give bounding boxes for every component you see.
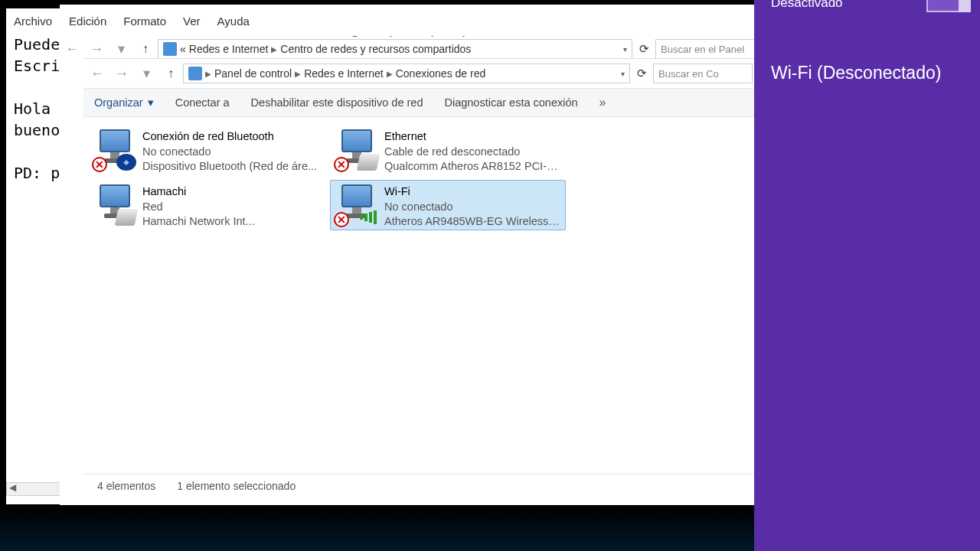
connection-device: Hamachi Network Int... xyxy=(142,214,320,230)
network-adapter-icon: ✕ xyxy=(334,183,378,227)
nav-recent-button[interactable]: ▾ xyxy=(134,63,158,84)
nav-up-button[interactable]: ↑ xyxy=(158,63,183,84)
search-input[interactable]: Buscar en Co xyxy=(653,64,753,83)
menu-edicion[interactable]: Edición xyxy=(69,15,106,28)
back-address-bar[interactable]: « Redes e Internet ▶ Centro de redes y r… xyxy=(158,39,632,59)
connection-device: Qualcomm Atheros AR8152 PCI-E... xyxy=(384,159,562,174)
disconnected-icon: ✕ xyxy=(92,157,107,172)
disable-device-button[interactable]: Deshabilitar este dispositivo de red xyxy=(251,96,423,109)
connection-device: Atheros AR9485WB-EG Wireless N... xyxy=(384,214,562,230)
back-nav-recent[interactable]: ▾ xyxy=(109,38,133,60)
connection-device: Dispositivo Bluetooth (Red de áre... xyxy=(142,159,320,174)
ethernet-icon xyxy=(115,209,139,226)
status-bar: 4 elementos 1 elemento seleccionado xyxy=(83,474,754,497)
front-addressbar-row: ← → ▾ ↑ ▶ Panel de control ▶ Redes e Int… xyxy=(83,59,754,88)
crumb[interactable]: Centro de redes y recursos compartidos xyxy=(280,43,471,55)
connection-name: Conexión de red Bluetooth xyxy=(142,129,320,145)
connection-name: Hamachi xyxy=(142,184,320,200)
connection-name: Wi-Fi xyxy=(384,184,562,200)
menu-archivo[interactable]: Archivo xyxy=(14,15,52,28)
control-panel-icon xyxy=(188,67,202,80)
disconnected-icon: ✕ xyxy=(334,157,349,172)
connection-status: No conectado xyxy=(384,200,562,215)
back-search-input[interactable]: Buscar en el Panel xyxy=(655,39,755,59)
chevron-right-icon[interactable]: ▶ xyxy=(387,70,393,78)
connection-status: No conectado xyxy=(142,145,320,160)
connection-item[interactable]: ✕EthernetCable de red desconectadoQualco… xyxy=(330,125,566,175)
connection-status: Cable de red desconectado xyxy=(384,145,562,160)
status-count: 4 elementos xyxy=(97,480,155,492)
organize-menu[interactable]: Organizar ▾ xyxy=(94,96,154,109)
connect-to-button[interactable]: Conectar a xyxy=(175,96,230,109)
status-selected: 1 elemento seleccionado xyxy=(177,480,296,492)
chevron-right-icon[interactable]: ▶ xyxy=(271,45,277,54)
toolbar-overflow[interactable]: » xyxy=(599,96,606,109)
chevron-right-icon[interactable]: ▶ xyxy=(205,70,211,78)
nav-back-button[interactable]: ← xyxy=(85,63,109,84)
explorer-toolbar: Organizar ▾ Conectar a Deshabilitar este… xyxy=(83,88,754,117)
control-panel-icon xyxy=(163,42,177,56)
back-nav-up[interactable]: ↑ xyxy=(133,38,158,60)
connection-status: Red xyxy=(142,200,320,215)
back-nav-fwd: → xyxy=(84,38,109,60)
nav-forward-button: → xyxy=(109,63,134,84)
airplane-mode-toggle[interactable] xyxy=(926,0,971,12)
notepad-hscroll[interactable] xyxy=(6,482,61,496)
bluetooth-icon: ⌖ xyxy=(116,154,136,171)
notepad-text[interactable]: Puede Escri Hola bueno PD: p xyxy=(14,34,61,493)
network-adapter-icon: ✕ xyxy=(334,128,378,172)
address-bar[interactable]: ▶ Panel de control ▶ Redes e Internet ▶ … xyxy=(183,64,630,83)
crumb-conexiones[interactable]: Conexiones de red xyxy=(396,67,486,80)
refresh-button[interactable]: ⟳ xyxy=(630,67,653,80)
menu-ver[interactable]: Ver xyxy=(183,15,201,28)
ethernet-icon xyxy=(357,154,381,171)
network-adapter-icon: ✕⌖ xyxy=(92,128,136,172)
diagnose-button[interactable]: Diagnosticar esta conexión xyxy=(444,96,577,109)
disconnected-icon: ✕ xyxy=(334,212,349,227)
back-nav-back[interactable]: ← xyxy=(60,38,84,60)
crumb[interactable]: « xyxy=(180,43,186,55)
connection-name: Ethernet xyxy=(384,129,562,145)
crumb-panel[interactable]: Panel de control xyxy=(214,67,292,80)
crumb-redes[interactable]: Redes e Internet xyxy=(304,67,384,80)
wifi-section-header[interactable]: Wi-Fi (Desconectado) xyxy=(771,63,980,83)
wifi-icon xyxy=(358,209,378,226)
chevron-right-icon[interactable]: ▶ xyxy=(295,70,301,78)
chevron-down-icon[interactable]: ▾ xyxy=(623,45,627,54)
crumb[interactable]: Redes e Internet xyxy=(189,43,269,55)
chevron-down-icon[interactable]: ▾ xyxy=(621,70,625,78)
connection-item[interactable]: ✕Wi-FiNo conectadoAtheros AR9485WB-EG Wi… xyxy=(330,180,566,230)
connections-pane[interactable]: ✕⌖Conexión de red BluetoothNo conectadoD… xyxy=(83,117,754,474)
back-refresh-button[interactable]: ⟳ xyxy=(632,42,655,56)
menu-ayuda[interactable]: Ayuda xyxy=(217,15,250,28)
desktop-bg xyxy=(0,505,754,551)
menu-formato[interactable]: Formato xyxy=(123,15,166,28)
connection-item[interactable]: HamachiRedHamachi Network Int... xyxy=(88,180,324,230)
chevron-down-icon: ▾ xyxy=(148,96,154,109)
network-connections-window: ← → ▾ ↑ ▶ Panel de control ▶ Redes e Int… xyxy=(83,58,754,504)
notepad-menubar[interactable]: Archivo Edición Formato Ver Ayuda xyxy=(6,9,756,32)
network-adapter-icon xyxy=(92,183,136,227)
connection-item[interactable]: ✕⌖Conexión de red BluetoothNo conectadoD… xyxy=(88,125,324,175)
network-flyout[interactable]: Desactivado Wi-Fi (Desconectado) xyxy=(754,0,980,551)
